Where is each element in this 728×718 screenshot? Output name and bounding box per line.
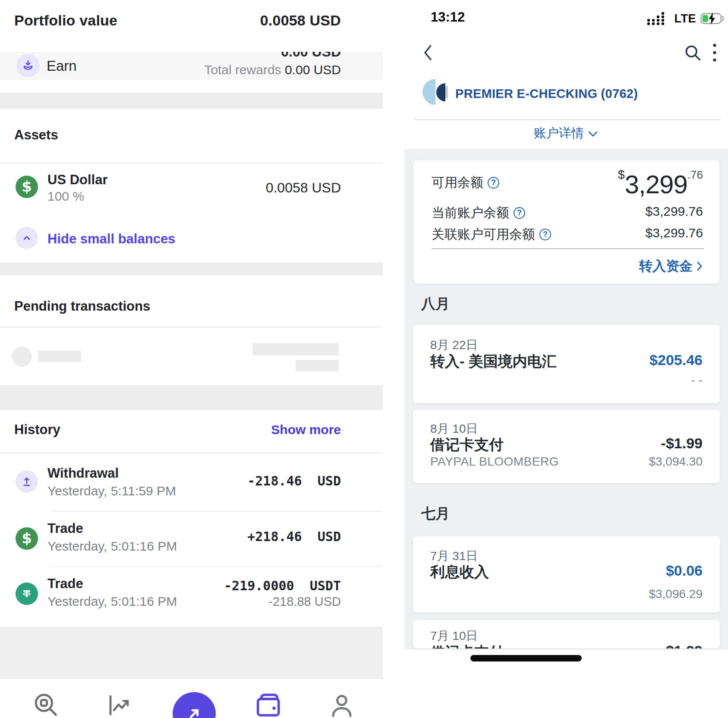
hide-balances-icon-circle[interactable] bbox=[16, 227, 38, 249]
tx-date: 8月 22日 bbox=[430, 337, 478, 353]
earn-amount-clipped: 0.00 USD bbox=[281, 52, 341, 60]
total-rewards-value: 0.00 USD bbox=[285, 63, 341, 77]
account-details-label: 账户详情 bbox=[534, 126, 584, 140]
earn-label: Earn bbox=[47, 58, 77, 74]
divider bbox=[432, 249, 704, 249]
search-icon[interactable] bbox=[683, 43, 702, 62]
available-balance-label: 可用余额 bbox=[432, 174, 483, 192]
cellular-signal-icon bbox=[646, 11, 670, 26]
status-time: 13:12 bbox=[431, 9, 465, 25]
skeleton-avatar bbox=[12, 346, 32, 367]
balance-card: 可用余额 ? $3,299.76 当前账户余额 ? $3,299.76 关联账户… bbox=[413, 160, 720, 284]
asset-share: 100 % bbox=[47, 189, 84, 204]
linked-balance-row: 关联账户可用余额 ? bbox=[432, 226, 551, 243]
current-balance-row: 当前账户余额 ? bbox=[432, 204, 525, 222]
month-header: 七月 bbox=[421, 504, 450, 523]
divider bbox=[53, 566, 383, 567]
tx-title: 借记卡支付 bbox=[430, 642, 504, 649]
transaction-card[interactable]: 8月 10日 借记卡支付 -$1.99 PAYPAL BLOOMBERG $3,… bbox=[413, 410, 720, 483]
earn-deposit-icon bbox=[21, 59, 35, 72]
section-divider-band bbox=[0, 385, 383, 410]
bank-logo bbox=[421, 78, 451, 107]
tx-amount: -$1.99 bbox=[661, 435, 703, 452]
tx-time: Yesterday, 5:11:59 PM bbox=[47, 484, 176, 498]
chevron-right-icon bbox=[696, 261, 703, 272]
tx-balance-after: $3,096.29 bbox=[649, 587, 703, 601]
usd-coin-icon: $ bbox=[16, 176, 38, 198]
account-details-toggle[interactable]: 账户详情 bbox=[404, 125, 728, 142]
asset-value: 0.0058 USD bbox=[266, 180, 341, 196]
pending-transactions-title: Pending transactions bbox=[14, 299, 150, 314]
chevron-up-icon bbox=[20, 231, 33, 244]
banking-app: 13:12 LTE bbox=[404, 0, 728, 718]
tx-amount: -219.0000 USDT bbox=[224, 578, 341, 593]
month-header: 八月 bbox=[421, 294, 450, 314]
screenshot-canvas: Portfolio value 0.0058 USD Earn 0.00 USD… bbox=[0, 0, 728, 718]
section-divider-band bbox=[0, 627, 383, 679]
withdrawal-icon-circle bbox=[16, 470, 38, 493]
divider bbox=[0, 327, 383, 328]
status-icons: LTE bbox=[646, 11, 726, 26]
show-more-link[interactable]: Show more bbox=[271, 422, 341, 437]
available-balance-row: 可用余额 ? bbox=[432, 174, 499, 192]
chevron-down-icon bbox=[587, 130, 599, 138]
tx-title: 借记卡支付 bbox=[430, 435, 504, 455]
assets-title: Assets bbox=[14, 127, 58, 143]
back-icon[interactable] bbox=[422, 43, 435, 62]
divider bbox=[53, 511, 383, 512]
tx-amount: $0.06 bbox=[666, 562, 703, 579]
current-balance-value: $3,299.76 bbox=[646, 204, 703, 219]
markets-chart-icon[interactable] bbox=[105, 691, 133, 718]
history-header: History Show more bbox=[14, 422, 341, 438]
tx-title: 转入- 美国境内电汇 bbox=[430, 352, 557, 372]
battery-charging-icon bbox=[700, 12, 725, 25]
arrow-up-right-icon bbox=[184, 704, 204, 718]
tx-balance-after: $3,094.30 bbox=[649, 455, 703, 469]
wallet-icon[interactable] bbox=[253, 690, 283, 718]
transaction-card[interactable]: 7月 31日 利息收入 $0.06 $3,096.29 bbox=[413, 536, 720, 613]
earn-row[interactable]: Earn 0.00 USD Total rewards 0.00 USD bbox=[0, 52, 383, 80]
section-divider-band bbox=[0, 262, 383, 275]
tx-amount: +218.46 USD bbox=[247, 529, 341, 544]
divider bbox=[0, 453, 383, 453]
skeleton-line bbox=[38, 350, 81, 362]
earn-total-rewards: Total rewards 0.00 USD bbox=[204, 63, 341, 77]
crypto-wallet-app: Portfolio value 0.0058 USD Earn 0.00 USD… bbox=[0, 0, 383, 718]
skeleton-line bbox=[252, 343, 339, 356]
account-name: PREMIER E-CHECKING (0762) bbox=[455, 87, 638, 101]
help-icon[interactable]: ? bbox=[514, 207, 525, 219]
network-type-label: LTE bbox=[674, 12, 696, 25]
transaction-card-partial[interactable]: 7月 10日 借记卡支付 -$1.99 bbox=[413, 620, 720, 649]
help-icon[interactable]: ? bbox=[539, 229, 551, 240]
arrow-up-from-line-icon bbox=[20, 475, 33, 488]
transfer-funds-link[interactable]: 转入资金 bbox=[639, 257, 703, 275]
tx-amount: $205.46 bbox=[649, 352, 703, 368]
hide-small-balances-link[interactable]: Hide small balances bbox=[47, 231, 175, 247]
total-rewards-label: Total rewards bbox=[204, 63, 285, 77]
tx-time: Yesterday, 5:01:16 PM bbox=[47, 594, 177, 609]
usd-coin-icon: $ bbox=[16, 527, 38, 550]
portfolio-title: Portfolio value bbox=[14, 12, 117, 29]
tx-amount-fiat: -218.88 USD bbox=[268, 595, 341, 609]
earn-icon-circle bbox=[16, 54, 40, 77]
kebab-menu-icon[interactable] bbox=[712, 42, 718, 63]
section-divider-band bbox=[0, 93, 383, 109]
discover-search-icon[interactable] bbox=[32, 690, 60, 718]
tether-coin-icon bbox=[16, 583, 38, 605]
currency-symbol: $ bbox=[618, 168, 625, 181]
tx-time: Yesterday, 5:01:16 PM bbox=[47, 539, 177, 554]
profile-icon[interactable] bbox=[328, 691, 356, 718]
tx-date: 7月 10日 bbox=[430, 628, 478, 644]
help-icon[interactable]: ? bbox=[488, 177, 499, 189]
portfolio-header: Portfolio value 0.0058 USD bbox=[14, 12, 341, 29]
asset-name[interactable]: US Dollar bbox=[47, 172, 108, 188]
transaction-card[interactable]: 8月 22日 转入- 美国境内电汇 $205.46 - - bbox=[413, 325, 720, 403]
divider bbox=[414, 120, 721, 120]
tx-amount: -218.46 USD bbox=[247, 473, 341, 488]
linked-balance-value: $3,299.76 bbox=[646, 226, 703, 240]
current-balance-label: 当前账户余额 bbox=[432, 204, 509, 222]
tx-title: Withdrawal bbox=[47, 466, 119, 481]
history-title: History bbox=[14, 422, 60, 438]
home-indicator[interactable] bbox=[470, 655, 582, 661]
portfolio-value: 0.0058 USD bbox=[260, 12, 341, 29]
